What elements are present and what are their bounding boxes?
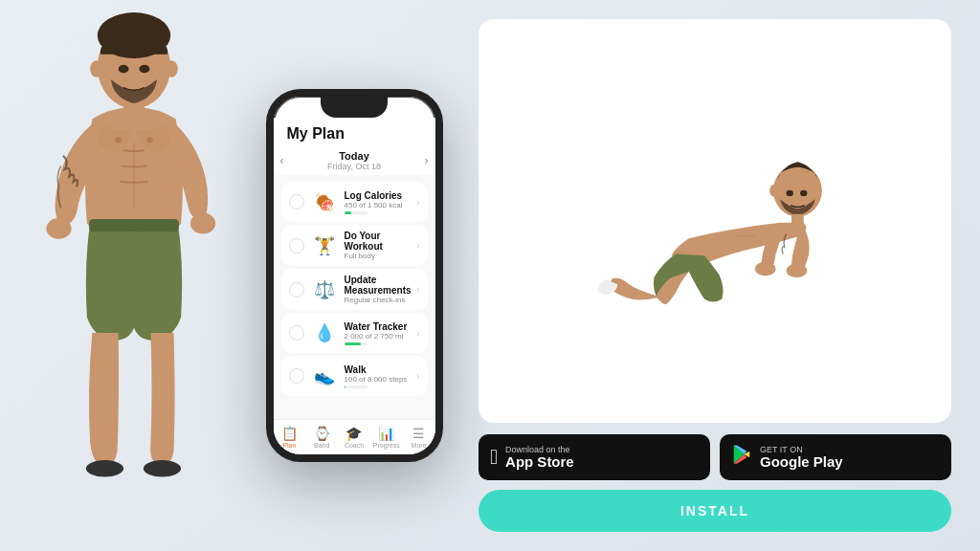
nav-item-plan[interactable]: 📋 Plan xyxy=(274,426,306,449)
task-chevron-icon: › xyxy=(416,240,419,251)
task-emoji: 🍖 xyxy=(310,187,339,216)
task-name: Update Measurements xyxy=(345,275,413,296)
task-info: Log Calories 450 of 1 500 kcal xyxy=(345,190,413,214)
task-checkbox[interactable] xyxy=(289,282,304,298)
phone-bottom-nav: 📋 Plan ⌚ Band 🎓 Coach 📊 Progress ☰ More xyxy=(274,419,435,454)
task-progress-bar xyxy=(345,342,368,345)
task-checkbox[interactable] xyxy=(289,194,304,209)
pushup-person-svg xyxy=(571,125,858,317)
nav-label: Plan xyxy=(282,442,296,449)
right-panel:  Download on the App Store GET IT ON xyxy=(459,0,961,551)
svg-point-18 xyxy=(769,185,778,197)
task-name: Do Your Workout xyxy=(345,231,413,252)
phone-notch xyxy=(321,97,388,118)
date-day: Today xyxy=(291,150,418,162)
person-standing-svg xyxy=(19,0,249,551)
task-emoji: 👟 xyxy=(310,362,339,390)
task-progress-bar xyxy=(345,211,368,214)
nav-label: Band xyxy=(314,442,329,449)
google-play-bottom-label: Google Play xyxy=(760,454,843,471)
nav-item-band[interactable]: ⌚ Band xyxy=(305,426,338,449)
nav-label: Coach xyxy=(345,442,364,449)
date-nav: ‹ Today Friday, Oct 18 › xyxy=(274,146,435,175)
phone-container: My Plan ‹ Today Friday, Oct 18 › 🍖 Log C… xyxy=(258,89,450,462)
apple-icon:  xyxy=(490,445,498,470)
phone-screen: My Plan ‹ Today Friday, Oct 18 › 🍖 Log C… xyxy=(274,118,435,454)
task-item-measurements[interactable]: ⚖️ Update Measurements Regular check-ins… xyxy=(281,269,428,310)
date-full: Friday, Oct 18 xyxy=(291,162,418,171)
svg-point-9 xyxy=(119,65,129,74)
nav-item-coach[interactable]: 🎓 Coach xyxy=(338,426,370,449)
svg-point-4 xyxy=(86,460,123,476)
task-checkbox[interactable] xyxy=(289,238,304,253)
svg-point-17 xyxy=(800,190,807,196)
task-emoji: 💧 xyxy=(310,319,339,347)
svg-point-2 xyxy=(46,218,71,239)
app-store-button[interactable]:  Download on the App Store xyxy=(479,434,710,480)
svg-point-11 xyxy=(90,60,102,77)
google-play-button[interactable]: GET IT ON Google Play xyxy=(720,434,951,480)
task-item-water[interactable]: 💧 Water Tracker 2 000 of 2 750 ml › xyxy=(281,313,428,353)
phone-title: My Plan xyxy=(287,125,422,143)
task-chevron-icon: › xyxy=(416,371,419,382)
phone-header: My Plan xyxy=(274,118,435,146)
task-info: Water Tracker 2 000 of 2 750 ml xyxy=(345,321,413,345)
date-prev-button[interactable]: ‹ xyxy=(274,152,291,169)
task-info: Update Measurements Regular check-ins xyxy=(345,275,413,304)
person-right-card xyxy=(479,19,951,423)
person-left xyxy=(19,0,249,551)
svg-point-16 xyxy=(787,190,793,196)
task-item-log-calories[interactable]: 🍖 Log Calories 450 of 1 500 kcal › xyxy=(281,182,428,222)
svg-point-3 xyxy=(190,213,215,234)
nav-item-progress[interactable]: 📊 Progress xyxy=(370,426,403,449)
task-progress-fill xyxy=(345,211,351,214)
person-right-figure xyxy=(479,19,951,423)
task-checkbox[interactable] xyxy=(289,325,304,341)
task-info: Do Your Workout Full body xyxy=(345,231,413,260)
date-center: Today Friday, Oct 18 xyxy=(291,150,418,171)
google-play-icon xyxy=(731,444,752,471)
store-buttons:  Download on the App Store GET IT ON xyxy=(479,434,951,480)
task-progress-fill xyxy=(345,342,362,345)
phone-mockup: My Plan ‹ Today Friday, Oct 18 › 🍖 Log C… xyxy=(266,89,443,462)
nav-icon: 📊 xyxy=(378,426,394,441)
task-item-workout[interactable]: 🏋️ Do Your Workout Full body › xyxy=(281,225,428,266)
svg-point-20 xyxy=(787,264,808,278)
task-name: Water Tracker xyxy=(345,321,413,332)
svg-point-12 xyxy=(166,60,178,77)
nav-item-more[interactable]: ☰ More xyxy=(403,426,435,449)
task-chevron-icon: › xyxy=(416,328,419,339)
task-chevron-icon: › xyxy=(416,284,419,295)
task-list: 🍖 Log Calories 450 of 1 500 kcal › 🏋️ Do… xyxy=(274,175,435,419)
task-emoji: 🏋️ xyxy=(310,231,339,260)
task-emoji: ⚖️ xyxy=(310,276,339,304)
task-sub: Full body xyxy=(345,252,413,260)
task-sub: 450 of 1 500 kcal xyxy=(345,201,413,209)
task-sub: 100 of 8 000 steps xyxy=(345,375,413,384)
install-button[interactable]: INSTALL xyxy=(479,490,951,532)
task-info: Walk 100 of 8 000 steps xyxy=(345,364,413,388)
task-name: Walk xyxy=(345,364,413,375)
task-chevron-icon: › xyxy=(416,197,419,208)
nav-icon: 🎓 xyxy=(345,426,362,441)
svg-rect-6 xyxy=(89,219,179,231)
nav-icon: ⌚ xyxy=(314,426,330,441)
main-container: My Plan ‹ Today Friday, Oct 18 › 🍖 Log C… xyxy=(0,0,980,551)
app-store-bottom-label: App Store xyxy=(505,454,574,471)
task-item-walk[interactable]: 👟 Walk 100 of 8 000 steps › xyxy=(281,356,428,396)
nav-icon: ☰ xyxy=(412,426,425,441)
task-name: Log Calories xyxy=(345,190,413,201)
app-store-text: Download on the App Store xyxy=(505,445,574,471)
google-play-text: GET IT ON Google Play xyxy=(760,445,843,471)
task-sub: 2 000 of 2 750 ml xyxy=(345,332,413,341)
task-progress-bar xyxy=(345,386,368,388)
task-checkbox[interactable] xyxy=(289,368,304,384)
nav-icon: 📋 xyxy=(281,426,298,441)
nav-label: Progress xyxy=(373,442,400,449)
task-sub: Regular check-ins xyxy=(345,296,413,304)
svg-point-21 xyxy=(755,262,776,276)
svg-point-10 xyxy=(139,65,149,74)
nav-label: More xyxy=(412,442,427,449)
svg-point-5 xyxy=(144,460,181,476)
date-next-button[interactable]: › xyxy=(418,152,435,169)
